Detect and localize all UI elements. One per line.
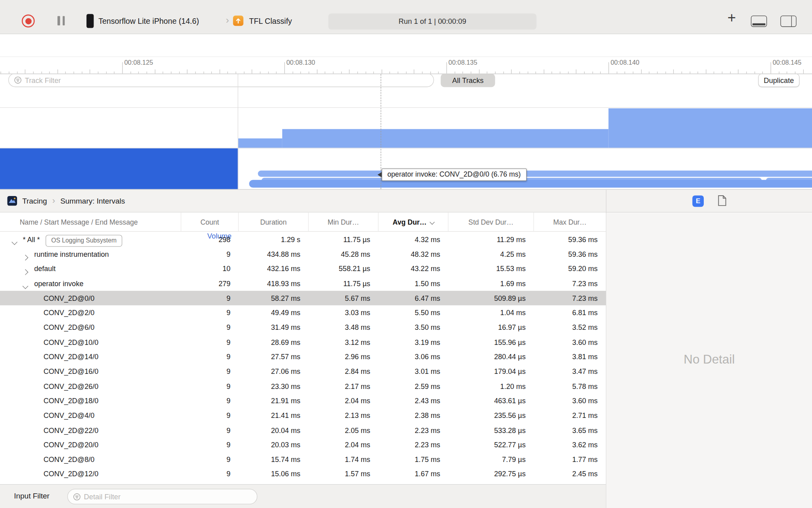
toggle-bottom-pane-button[interactable] (751, 15, 767, 27)
table-row[interactable]: CONV_2D@22/0920.04 ms2.05 ms2.23 ms533.2… (0, 423, 606, 438)
ruler-tick (268, 71, 268, 74)
all-tracks-button[interactable]: All Tracks (441, 73, 495, 87)
ruler-tick (592, 71, 593, 74)
divider (0, 107, 812, 108)
ruler-tick (373, 71, 374, 74)
cell-count: 9 (181, 294, 239, 302)
cell-name: CONV_2D@18/0 (0, 397, 181, 405)
divider (0, 148, 812, 148)
column-header-min-dur[interactable]: Min Dur… (308, 213, 378, 231)
pause-button[interactable] (57, 16, 65, 25)
cell-duration: 58.27 ms (239, 294, 308, 302)
ruler-tick (74, 71, 74, 74)
ruler-tick (446, 62, 447, 74)
cell-std: 1.69 ms (448, 280, 534, 288)
cell-count: 9 (181, 441, 239, 449)
ruler-tick (25, 69, 25, 73)
row-name: CONV_2D@18/0 (0, 397, 98, 405)
table-row[interactable]: CONV_2D@4/0921.41 ms2.13 ms2.38 ms235.56… (0, 408, 606, 423)
cell-std: 15.53 ms (448, 265, 534, 273)
ruler-tick (406, 71, 406, 74)
cell-min: 2.96 ms (308, 353, 378, 361)
extended-detail-button[interactable]: E (692, 195, 704, 207)
cell-avg: 2.43 ms (379, 397, 448, 405)
table-row[interactable]: CONV_2D@8/0915.74 ms1.74 ms1.75 ms7.79 µ… (0, 452, 606, 467)
ruler-tick (147, 71, 147, 74)
column-header-avg-dur[interactable]: Avg Dur… (379, 213, 448, 231)
cell-name: CONV_2D@14/0 (0, 353, 181, 361)
column-header-count[interactable]: Count (181, 213, 239, 231)
table-row[interactable]: CONV_2D@26/0923.30 ms2.17 ms2.59 ms1.20 … (0, 379, 606, 394)
ruler-tick (438, 71, 439, 74)
ruler-tick (9, 71, 9, 74)
ruler-tick (771, 62, 771, 74)
column-header-std-dev-dur[interactable]: Std Dev Dur… (448, 213, 534, 231)
table-row[interactable]: runtime instrumentation9434.88 ms45.28 m… (0, 247, 606, 262)
column-header-max-dur[interactable]: Max Dur… (534, 213, 606, 231)
ruler-tick (584, 71, 584, 74)
table-row[interactable]: CONV_2D@18/0921.91 ms2.04 ms2.43 ms463.6… (0, 394, 606, 408)
breadcrumb-tracing[interactable]: Tracing (22, 197, 47, 205)
table-row[interactable]: CONV_2D@20/0920.03 ms2.04 ms2.23 ms522.7… (0, 438, 606, 452)
target-selector[interactable]: TFL Classify (249, 17, 292, 25)
track-row-uikit[interactable]: com.apple.UIKit OS Logging Subsystem Vol… (0, 74, 238, 108)
table-row[interactable]: CONV_2D@0/0958.27 ms5.67 ms6.47 ms509.89… (0, 291, 606, 306)
cell-max: 3.60 ms (534, 339, 606, 346)
add-instrument-button[interactable]: + (725, 12, 739, 25)
table-row[interactable]: * All *2981.29 s11.75 µs4.32 ms11.29 ms5… (0, 232, 606, 247)
breadcrumb-summary-intervals[interactable]: Summary: Intervals (60, 197, 125, 205)
cell-min: 3.03 ms (308, 309, 378, 317)
cell-name: CONV_2D@22/0 (0, 426, 181, 434)
detail-filter-input[interactable] (84, 493, 252, 501)
cell-max: 59.20 ms (534, 265, 606, 273)
detail-filter-field[interactable] (67, 489, 257, 504)
track-row-tensorflow[interactable]: org.tensorflow.lite OS Logging Subsystem… (0, 108, 238, 148)
cell-duration: 49.49 ms (239, 309, 308, 317)
cell-std: 463.61 µs (448, 397, 534, 405)
column-header-duration[interactable]: Duration (239, 213, 308, 231)
ruler-tick (130, 71, 131, 74)
document-icon[interactable] (718, 195, 726, 208)
record-button[interactable] (22, 15, 35, 28)
ruler-tick (106, 71, 106, 74)
cell-min: 11.75 µs (308, 236, 378, 244)
table-row[interactable]: CONV_2D@6/0931.49 ms3.48 ms3.50 ms16.97 … (0, 320, 606, 335)
ruler-tick (454, 71, 455, 74)
table-row[interactable]: default10432.16 ms558.21 µs43.22 ms15.53… (0, 262, 606, 276)
column-header-name[interactable]: Name / Start Message / End Message (0, 213, 181, 231)
table-row[interactable]: operator invoke279418.93 ms11.75 µs1.50 … (0, 276, 606, 291)
ruler-tick (746, 71, 747, 74)
iphone-device-icon (86, 14, 94, 28)
cell-duration: 27.06 ms (239, 368, 308, 375)
cell-max: 7.23 ms (534, 280, 606, 288)
ruler-tick (495, 71, 496, 74)
device-selector[interactable]: Tensorflow Lite iPhone (14.6) (98, 17, 199, 25)
chevron-separator-icon: › (226, 15, 229, 26)
column-label: Count (200, 218, 219, 226)
cell-name: CONV_2D@6/0 (0, 324, 181, 332)
cell-duration: 21.41 ms (239, 412, 308, 419)
interval-capsule[interactable] (249, 180, 812, 188)
duplicate-button[interactable]: Duplicate (758, 73, 799, 87)
interval-capsule[interactable] (258, 171, 812, 177)
ruler-tick (511, 69, 511, 73)
ruler-tick (609, 62, 609, 74)
cell-avg: 3.01 ms (379, 368, 448, 375)
cell-std: 1.20 ms (448, 382, 534, 390)
table-row[interactable]: CONV_2D@10/0928.69 ms3.12 ms3.19 ms155.9… (0, 335, 606, 350)
ruler-tick (122, 62, 123, 74)
table-row[interactable]: CONV_2D@14/0927.57 ms2.96 ms3.06 ms280.4… (0, 350, 606, 364)
row-name: operator invoke (0, 280, 83, 288)
cell-count: 9 (181, 250, 239, 258)
filter-icon (73, 493, 81, 500)
timeline-ruler[interactable]: 00:08.12500:08.13000:08.13500:08.14000:0… (0, 57, 812, 74)
cell-duration: 27.57 ms (239, 353, 308, 361)
table-row[interactable]: CONV_2D@2/0949.49 ms3.03 ms5.50 ms1.04 m… (0, 306, 606, 320)
table-row[interactable]: CONV_2D@16/0927.06 ms2.84 ms3.01 ms179.0… (0, 364, 606, 379)
cell-max: 3.52 ms (534, 324, 606, 332)
cell-name: CONV_2D@8/0 (0, 456, 181, 464)
table-row[interactable]: CONV_2D@12/0915.06 ms1.57 ms1.67 ms292.7… (0, 467, 606, 481)
row-name: CONV_2D@8/0 (0, 456, 94, 464)
track-row-tracing-selected[interactable]: Tracing OS Logging Category 4 Graphs (0, 148, 238, 189)
toggle-right-pane-button[interactable] (780, 15, 796, 27)
